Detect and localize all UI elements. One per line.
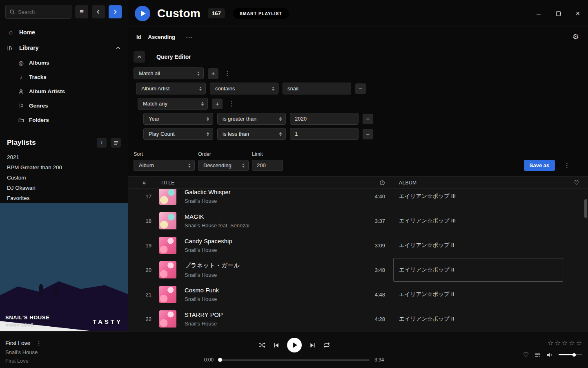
rule-operator-select[interactable]: is less than (217, 128, 286, 140)
rule-options-button[interactable]: ⋮ (223, 70, 232, 77)
star-icon[interactable]: ☆ (561, 339, 568, 347)
favorite-column-heart-icon[interactable]: ♡ (574, 179, 588, 186)
now-playing-album[interactable]: First Love (5, 358, 42, 364)
remove-rule-button[interactable]: − (363, 114, 373, 124)
star-icon[interactable]: ☆ (568, 339, 575, 347)
order-select[interactable]: Descending (198, 160, 249, 171)
track-album[interactable]: エイリアン☆ポップ II (399, 242, 454, 248)
column-index[interactable]: # (134, 180, 154, 186)
rule-field-select[interactable]: Album Artist (136, 83, 206, 94)
volume-slider[interactable] (559, 354, 582, 355)
sidebar-item-album-artists[interactable]: Album Artists (18, 84, 128, 99)
rule-value-input[interactable] (290, 128, 359, 140)
table-row[interactable]: 22 STARRY POP Snail’s House 4:28 エイリアン☆ポ… (128, 307, 588, 331)
playlist-list-button[interactable] (111, 138, 121, 148)
minimize-button[interactable]: – (535, 10, 542, 17)
sort-direction-label[interactable]: Ascending (148, 34, 175, 40)
column-album[interactable]: ALBUM (399, 180, 574, 186)
table-row[interactable]: 18 MAGIK Snail’s House feat. Sennzai 3:3… (128, 209, 588, 233)
close-button[interactable]: × (574, 10, 581, 17)
remove-rule-button[interactable]: − (363, 129, 373, 139)
volume-button[interactable] (546, 352, 553, 358)
track-album[interactable]: エイリアン☆ポップ III (399, 193, 456, 199)
rule-field-select[interactable]: Year (143, 113, 213, 125)
table-row[interactable]: 21 Cosmo Funk Snail’s House 4:48 エイリアン☆ポ… (128, 282, 588, 307)
sidebar-nav: ⌂ Home Library ◎ Albums ♪ Track (0, 20, 128, 127)
rule-value-input[interactable] (290, 113, 359, 125)
sidebar-item-folders[interactable]: Folders (18, 113, 128, 127)
queue-button[interactable] (535, 352, 541, 358)
search-input[interactable] (18, 9, 67, 15)
previous-button[interactable] (273, 342, 279, 348)
track-title: Candy Spaceship (185, 238, 354, 245)
track-album[interactable]: エイリアン☆ポップ II (399, 291, 454, 297)
select-value: is greater than (223, 116, 256, 122)
repeat-icon (323, 342, 330, 348)
duration-column-clock-icon[interactable] (379, 180, 391, 186)
next-button[interactable] (310, 342, 316, 348)
shuffle-button[interactable] (258, 342, 265, 348)
rule-field-select[interactable]: Play Count (143, 128, 213, 140)
star-icon[interactable]: ☆ (555, 339, 561, 347)
settings-button[interactable]: ⚙ (572, 32, 579, 41)
now-playing-options-button[interactable]: ⋮ (36, 340, 42, 346)
sidebar-item-tracks[interactable]: ♪ Tracks (18, 70, 128, 84)
track-album[interactable]: エイリアン☆ポップ III (399, 218, 456, 224)
sort-select[interactable]: Album (134, 160, 195, 171)
remove-rule-button[interactable]: − (355, 83, 366, 94)
smart-playlist-badge: SMART PLAYLIST (233, 8, 289, 19)
rule-value-input[interactable] (283, 83, 351, 94)
sidebar-item-library[interactable]: Library (0, 40, 128, 56)
volume-handle[interactable] (572, 353, 576, 357)
favorite-button[interactable]: ♡ (523, 351, 529, 359)
play-pause-button[interactable] (287, 338, 302, 352)
rule-operator-select[interactable]: contains (210, 83, 278, 94)
add-group-rule-button[interactable]: + (212, 99, 223, 109)
sidebar-item-home[interactable]: ⌂ Home (0, 25, 128, 40)
focused-album-cell[interactable]: エイリアン☆ポップ II (393, 258, 563, 282)
playlist-item[interactable]: Favorites (7, 193, 121, 203)
seek-handle[interactable] (218, 358, 222, 362)
rule-operator-select[interactable]: is greater than (217, 113, 286, 125)
group-match-type-select[interactable]: Match any (138, 98, 208, 110)
sidebar-item-genres[interactable]: ⚐ Genres (18, 99, 128, 113)
track-album[interactable]: エイリアン☆ポップ II (399, 316, 454, 322)
now-playing-artist[interactable]: Snail’s House (5, 349, 42, 355)
column-title[interactable]: TITLE (154, 180, 354, 186)
save-as-button[interactable]: Save as (524, 160, 555, 171)
group-options-button[interactable]: ⋮ (227, 100, 236, 108)
limit-input[interactable] (252, 160, 283, 171)
table-row[interactable]: 19 Candy Spaceship Snail’s House 3:09 エイ… (128, 233, 588, 258)
kebab-icon: ⋮ (36, 340, 42, 346)
add-playlist-button[interactable]: + (97, 138, 107, 148)
repeat-button[interactable] (323, 342, 330, 348)
maximize-button[interactable] (555, 10, 562, 17)
playlist-item[interactable]: DJ Okawari (7, 183, 121, 193)
query-editor-collapse-button[interactable] (134, 51, 145, 63)
star-icon[interactable]: ☆ (547, 339, 554, 347)
menu-button[interactable]: ≡ (75, 5, 88, 18)
table-row[interactable]: 17 Galactic Whisper Snail’s House 4:40 エ… (128, 189, 588, 209)
nav-back-button[interactable] (92, 5, 105, 18)
toolbar-more-button[interactable]: ⋯ (186, 33, 193, 41)
playlist-item[interactable]: BPM Greater than 200 (7, 162, 121, 173)
table-row[interactable]: 20 プラネット・ガール Snail’s House 3:48 エイリアン☆ポッ… (128, 258, 588, 282)
star-icon[interactable]: ☆ (576, 339, 582, 347)
now-playing-artwork[interactable]: SNAIL'S HOUSE FIRST LOVE TASTY (0, 203, 128, 331)
track-album[interactable]: エイリアン☆ポップ II (399, 266, 454, 274)
album-art-thumbnail (159, 310, 176, 328)
now-playing-track[interactable]: First Love (5, 340, 30, 346)
seek-bar[interactable] (218, 359, 370, 361)
save-options-button[interactable]: ⋮ (562, 162, 572, 169)
add-rule-button[interactable]: + (208, 68, 218, 79)
playlist-play-button[interactable] (135, 6, 150, 21)
sort-field-label[interactable]: Id (136, 34, 141, 40)
query-editor: Query Editor Match all + ⋮ Album Artist … (128, 47, 588, 171)
nav-forward-button[interactable] (109, 5, 122, 18)
playlist-item[interactable]: Custom (7, 173, 121, 183)
sidebar-item-albums[interactable]: ◎ Albums (18, 56, 128, 70)
match-type-select[interactable]: Match all (134, 67, 204, 79)
vertical-scrollbar-thumb[interactable] (584, 199, 587, 218)
playlist-item[interactable]: 2021 (7, 152, 121, 162)
page-title: Custom (157, 7, 200, 20)
